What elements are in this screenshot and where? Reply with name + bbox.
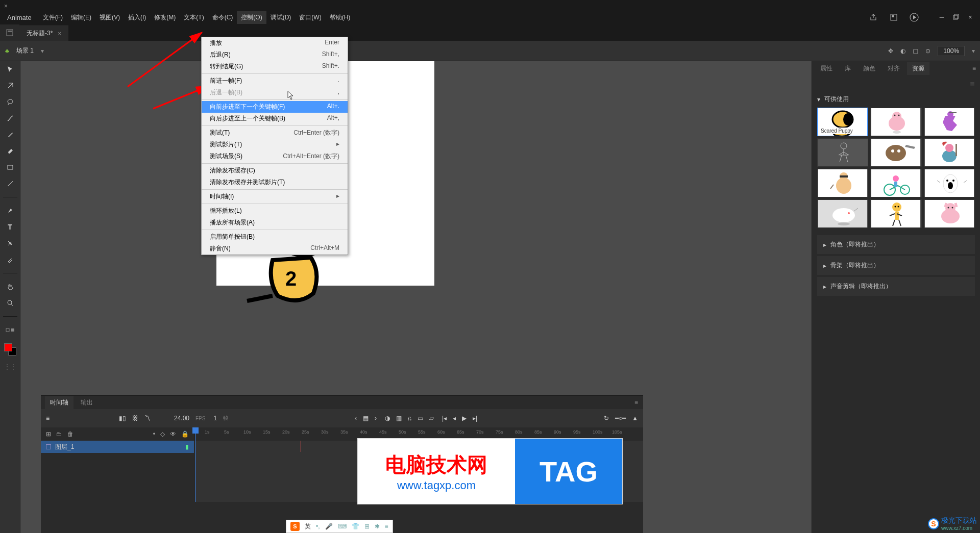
timeline-zoom-slider[interactable]: ━○━ — [615, 415, 626, 422]
menu-entry[interactable]: 前进一帧(F). — [202, 75, 348, 87]
edit-multi-icon[interactable]: ▥ — [396, 415, 402, 422]
new-layer-icon[interactable]: ⊞ — [46, 430, 51, 438]
layer-name[interactable]: 图层_1 — [55, 443, 74, 451]
eraser-tool[interactable] — [5, 146, 15, 156]
menu-entry[interactable]: 清除发布缓存并测试影片(T) — [202, 176, 348, 188]
marker-icon[interactable]: ⎌ — [408, 415, 411, 422]
onion-icon[interactable]: ◑ — [385, 415, 390, 422]
first-frame-icon[interactable]: |◂ — [442, 415, 447, 422]
menu-item[interactable]: 编辑(E) — [67, 11, 95, 24]
panel-tab[interactable]: 资源 — [907, 62, 929, 75]
graph-icon[interactable]: 〽 — [144, 415, 151, 422]
fps-value[interactable]: 24.00 — [174, 415, 189, 422]
menu-item[interactable]: 视图(V) — [95, 11, 124, 24]
menu-item[interactable]: 命令(C) — [208, 11, 237, 24]
workspace-icon[interactable] — [888, 12, 899, 23]
ime-skin-icon[interactable]: 👕 — [352, 523, 359, 530]
menu-item[interactable]: 控制(O) — [237, 11, 266, 24]
menu-item[interactable]: 修改(M) — [150, 11, 180, 24]
layer-depth-icon[interactable]: ⛓ — [132, 415, 138, 422]
menu-entry[interactable]: 向后步进至上一个关键帧(B)Alt+, — [202, 113, 348, 124]
menu-entry[interactable]: 测试场景(S)Ctrl+Alt+Enter (数字) — [202, 150, 348, 162]
rectangle-tool[interactable] — [5, 162, 15, 172]
timeline-tab[interactable]: 时间轴 — [45, 396, 74, 409]
share-icon[interactable] — [868, 12, 879, 23]
insert-frame-icon[interactable]: ▭ — [418, 415, 423, 422]
asset-thumb[interactable] — [924, 138, 975, 167]
text-tool[interactable]: T — [5, 222, 15, 232]
panel-tab[interactable]: 对齐 — [883, 62, 905, 75]
document-tab[interactable]: 无标题-3* × — [19, 26, 68, 41]
collapsed-section[interactable]: ▸角色（即将推出） — [817, 235, 975, 254]
close-tab-icon[interactable]: × — [4, 3, 9, 8]
doc-home-icon[interactable] — [0, 24, 19, 41]
clip-icon[interactable]: ♣ — [5, 47, 9, 55]
maximize-button[interactable] — [950, 12, 962, 23]
panel-menu-icon[interactable]: ≡ — [968, 63, 980, 74]
connect-icon[interactable]: ◇ — [160, 430, 165, 438]
timeline-menu-icon[interactable]: ≡ — [629, 399, 643, 406]
ime-voice-icon[interactable]: 🎤 — [325, 523, 333, 530]
panel-tab[interactable]: 属性 — [815, 62, 838, 75]
menu-entry[interactable]: 转到结尾(G)Shift+. — [202, 61, 348, 72]
color-options-icon[interactable]: ⋮⋮ — [5, 362, 15, 372]
ime-toolbox-icon[interactable]: ⊞ — [364, 523, 370, 530]
document-tab-close-icon[interactable]: × — [58, 30, 61, 37]
menu-entry[interactable]: 后退(R)Shift+, — [202, 49, 348, 61]
layer-row[interactable]: 图层_1 ▮ — [41, 441, 194, 453]
scene-name[interactable]: 场景 1 — [16, 46, 34, 55]
playhead[interactable] — [195, 427, 196, 502]
ime-lang[interactable]: 英 — [305, 522, 311, 531]
menu-entry[interactable]: 测试(T)Ctrl+Enter (数字) — [202, 127, 348, 139]
next-icon[interactable]: › — [375, 415, 377, 422]
play-icon[interactable]: ▶ — [462, 415, 467, 422]
menu-entry[interactable]: 时间轴(I) ▸ — [202, 191, 348, 202]
insert-keyframe-icon[interactable]: ▦ — [363, 415, 369, 422]
panel-tab[interactable]: 颜色 — [858, 62, 880, 75]
ime-toolbar[interactable]: S 英 •, 🎤 ⌨ 👕 ⊞ ✱ ≡ — [286, 520, 393, 533]
menu-item[interactable]: 窗口(W) — [295, 11, 325, 24]
asset-thumb[interactable] — [870, 169, 921, 197]
asset-thumb[interactable] — [870, 138, 921, 167]
stage-center-icon[interactable]: ✥ — [888, 47, 893, 55]
ime-punct-icon[interactable]: •, — [316, 523, 320, 530]
asset-thumb[interactable] — [817, 138, 868, 167]
section-available[interactable]: ▾ 可供使用 — [817, 91, 975, 108]
menu-entry[interactable]: 测试影片(T) ▸ — [202, 139, 348, 150]
zoom-field[interactable]: 100% — [938, 46, 965, 56]
collapsed-section[interactable]: ▸声音剪辑（即将推出） — [817, 277, 975, 296]
fluid-brush-tool[interactable] — [5, 113, 15, 123]
line-tool[interactable] — [5, 179, 15, 189]
step-back-icon[interactable]: ◂ — [453, 415, 456, 422]
asset-thumb[interactable] — [870, 199, 921, 228]
list-view-icon[interactable]: ≣ — [970, 81, 975, 88]
timeline-tab[interactable]: 输出 — [76, 396, 98, 409]
ime-keyboard-icon[interactable]: ⌨ — [338, 523, 347, 530]
eyedropper-tool[interactable] — [5, 255, 15, 265]
selection-tool[interactable] — [5, 64, 15, 74]
panel-tab[interactable]: 库 — [840, 62, 856, 75]
timeline-zoom-fit-icon[interactable]: ▲ — [632, 415, 638, 422]
ime-menu-icon[interactable]: ≡ — [385, 523, 388, 530]
free-transform-tool[interactable] — [5, 81, 15, 91]
menu-item[interactable]: 帮助(H) — [326, 11, 355, 24]
menu-item[interactable]: 文件(F) — [39, 11, 67, 24]
menu-item[interactable]: 调试(D) — [266, 11, 296, 24]
stage-rotate-icon[interactable]: ◐ — [900, 47, 905, 55]
stage-clip-icon[interactable]: ▢ — [913, 47, 918, 55]
swap-colors-icon[interactable] — [5, 325, 15, 335]
menu-entry[interactable]: 启用简单按钮(B) — [202, 231, 348, 243]
asset-thumb[interactable] — [817, 169, 868, 197]
minimize-button[interactable]: ─ — [936, 12, 947, 23]
layers-icon[interactable]: ≡ — [46, 415, 50, 422]
stage-fit-icon[interactable]: ⊙ — [925, 47, 930, 55]
menu-entry[interactable]: 循环播放(L) — [202, 205, 348, 217]
scene-dropdown-icon[interactable]: ▾ — [41, 47, 44, 55]
delete-layer-icon[interactable]: 🗑 — [67, 430, 74, 438]
loop-icon[interactable]: ↻ — [604, 415, 609, 422]
step-fwd-icon[interactable]: ▸| — [473, 415, 477, 422]
menu-entry[interactable]: 向前步进至下一个关键帧(F)Alt+. — [202, 101, 348, 113]
pen-tool[interactable] — [5, 206, 15, 216]
highlight-icon[interactable]: • — [153, 430, 155, 438]
zoom-tool[interactable] — [5, 298, 15, 308]
